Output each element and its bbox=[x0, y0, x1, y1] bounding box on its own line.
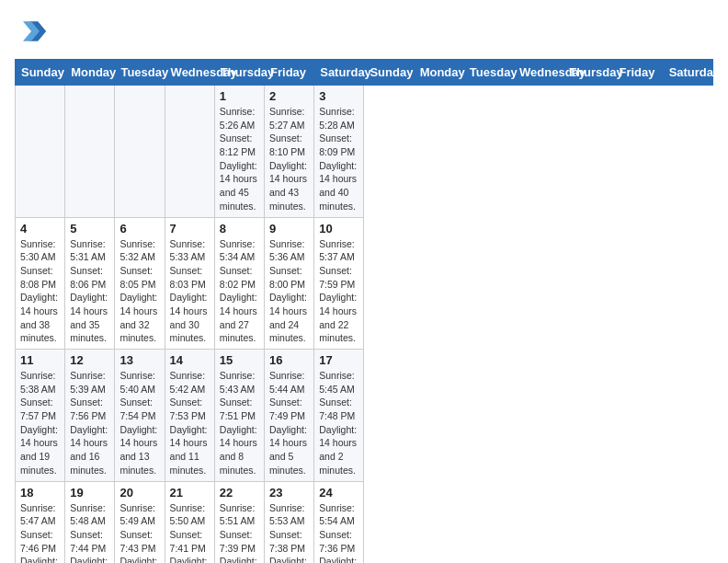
day-info: Sunrise: 5:26 AM Sunset: 8:12 PM Dayligh… bbox=[220, 105, 259, 213]
calendar-week-3: 18Sunrise: 5:47 AM Sunset: 7:46 PM Dayli… bbox=[16, 481, 713, 563]
calendar-header-row: SundayMondayTuesdayWednesdayThursdayFrid… bbox=[16, 60, 713, 86]
header-monday: Monday bbox=[414, 60, 463, 86]
header-saturday: Saturday bbox=[314, 60, 364, 86]
day-info: Sunrise: 5:36 AM Sunset: 8:00 PM Dayligh… bbox=[269, 237, 309, 346]
day-info: Sunrise: 5:45 AM Sunset: 7:48 PM Dayligh… bbox=[319, 369, 358, 477]
calendar-cell bbox=[65, 86, 115, 218]
calendar-cell: 19Sunrise: 5:48 AM Sunset: 7:44 PM Dayli… bbox=[65, 481, 115, 563]
day-number: 19 bbox=[70, 486, 109, 500]
calendar-cell: 1Sunrise: 5:26 AM Sunset: 8:12 PM Daylig… bbox=[214, 86, 264, 218]
header-thursday: Thursday bbox=[214, 60, 264, 86]
calendar-week-1: 4Sunrise: 5:30 AM Sunset: 8:08 PM Daylig… bbox=[16, 217, 713, 350]
calendar-week-2: 11Sunrise: 5:38 AM Sunset: 7:57 PM Dayli… bbox=[16, 350, 713, 482]
header-wednesday: Wednesday bbox=[514, 60, 563, 86]
day-info: Sunrise: 5:49 AM Sunset: 7:43 PM Dayligh… bbox=[119, 501, 159, 564]
day-number: 10 bbox=[319, 222, 358, 236]
calendar-cell: 9Sunrise: 5:36 AM Sunset: 8:00 PM Daylig… bbox=[265, 217, 314, 350]
calendar-cell: 13Sunrise: 5:40 AM Sunset: 7:54 PM Dayli… bbox=[115, 350, 165, 482]
calendar-cell: 21Sunrise: 5:50 AM Sunset: 7:41 PM Dayli… bbox=[165, 481, 214, 563]
day-number: 6 bbox=[119, 222, 159, 236]
calendar-cell: 20Sunrise: 5:49 AM Sunset: 7:43 PM Dayli… bbox=[115, 481, 165, 563]
day-number: 16 bbox=[269, 353, 309, 367]
day-info: Sunrise: 5:28 AM Sunset: 8:09 PM Dayligh… bbox=[319, 105, 358, 213]
day-info: Sunrise: 5:32 AM Sunset: 8:05 PM Dayligh… bbox=[119, 237, 159, 346]
calendar-cell: 14Sunrise: 5:42 AM Sunset: 7:53 PM Dayli… bbox=[165, 350, 214, 482]
day-number: 23 bbox=[269, 486, 309, 500]
logo bbox=[15, 15, 51, 48]
day-number: 14 bbox=[170, 353, 210, 367]
calendar-cell: 7Sunrise: 5:33 AM Sunset: 8:03 PM Daylig… bbox=[165, 217, 214, 350]
day-info: Sunrise: 5:48 AM Sunset: 7:44 PM Dayligh… bbox=[70, 501, 109, 564]
header-tuesday: Tuesday bbox=[115, 60, 165, 86]
day-number: 7 bbox=[170, 222, 210, 236]
day-number: 18 bbox=[20, 486, 60, 500]
day-info: Sunrise: 5:38 AM Sunset: 7:57 PM Dayligh… bbox=[20, 369, 60, 477]
header-tuesday: Tuesday bbox=[463, 60, 513, 86]
calendar-cell: 8Sunrise: 5:34 AM Sunset: 8:02 PM Daylig… bbox=[214, 217, 264, 350]
day-number: 15 bbox=[220, 353, 259, 367]
day-number: 13 bbox=[119, 353, 159, 367]
header-thursday: Thursday bbox=[563, 60, 613, 86]
calendar-week-0: 1Sunrise: 5:26 AM Sunset: 8:12 PM Daylig… bbox=[16, 86, 713, 218]
calendar-cell bbox=[165, 86, 214, 218]
header-monday: Monday bbox=[65, 60, 115, 86]
day-number: 8 bbox=[220, 222, 259, 236]
calendar-cell: 22Sunrise: 5:51 AM Sunset: 7:39 PM Dayli… bbox=[214, 481, 264, 563]
header-friday: Friday bbox=[265, 60, 314, 86]
day-info: Sunrise: 5:30 AM Sunset: 8:08 PM Dayligh… bbox=[20, 237, 60, 346]
day-number: 11 bbox=[20, 353, 60, 367]
calendar-cell bbox=[16, 86, 65, 218]
day-info: Sunrise: 5:27 AM Sunset: 8:10 PM Dayligh… bbox=[269, 105, 309, 213]
day-number: 4 bbox=[20, 222, 60, 236]
calendar-cell: 10Sunrise: 5:37 AM Sunset: 7:59 PM Dayli… bbox=[314, 217, 364, 350]
day-info: Sunrise: 5:50 AM Sunset: 7:41 PM Dayligh… bbox=[170, 501, 210, 564]
day-info: Sunrise: 5:40 AM Sunset: 7:54 PM Dayligh… bbox=[119, 369, 159, 477]
calendar-cell: 23Sunrise: 5:53 AM Sunset: 7:38 PM Dayli… bbox=[265, 481, 314, 563]
calendar-cell: 18Sunrise: 5:47 AM Sunset: 7:46 PM Dayli… bbox=[16, 481, 65, 563]
day-info: Sunrise: 5:33 AM Sunset: 8:03 PM Dayligh… bbox=[170, 237, 210, 346]
day-info: Sunrise: 5:51 AM Sunset: 7:39 PM Dayligh… bbox=[220, 501, 259, 564]
day-info: Sunrise: 5:47 AM Sunset: 7:46 PM Dayligh… bbox=[20, 501, 60, 564]
day-number: 21 bbox=[170, 486, 210, 500]
header-sunday: Sunday bbox=[364, 60, 414, 86]
day-number: 9 bbox=[269, 222, 309, 236]
day-info: Sunrise: 5:34 AM Sunset: 8:02 PM Dayligh… bbox=[220, 237, 259, 346]
calendar-cell bbox=[115, 86, 165, 218]
day-number: 1 bbox=[220, 89, 259, 103]
calendar-cell: 5Sunrise: 5:31 AM Sunset: 8:06 PM Daylig… bbox=[65, 217, 115, 350]
day-number: 20 bbox=[119, 486, 159, 500]
calendar-cell: 4Sunrise: 5:30 AM Sunset: 8:08 PM Daylig… bbox=[16, 217, 65, 350]
calendar-table: SundayMondayTuesdayWednesdayThursdayFrid… bbox=[15, 59, 713, 563]
day-info: Sunrise: 5:31 AM Sunset: 8:06 PM Dayligh… bbox=[70, 237, 109, 346]
header-wednesday: Wednesday bbox=[165, 60, 214, 86]
day-number: 5 bbox=[70, 222, 109, 236]
header-friday: Friday bbox=[613, 60, 663, 86]
calendar-cell: 15Sunrise: 5:43 AM Sunset: 7:51 PM Dayli… bbox=[214, 350, 264, 482]
calendar-cell: 17Sunrise: 5:45 AM Sunset: 7:48 PM Dayli… bbox=[314, 350, 364, 482]
day-info: Sunrise: 5:53 AM Sunset: 7:38 PM Dayligh… bbox=[269, 501, 309, 564]
calendar-cell: 12Sunrise: 5:39 AM Sunset: 7:56 PM Dayli… bbox=[65, 350, 115, 482]
header-sunday: Sunday bbox=[16, 60, 65, 86]
calendar-cell: 6Sunrise: 5:32 AM Sunset: 8:05 PM Daylig… bbox=[115, 217, 165, 350]
calendar-cell: 2Sunrise: 5:27 AM Sunset: 8:10 PM Daylig… bbox=[265, 86, 314, 218]
day-info: Sunrise: 5:54 AM Sunset: 7:36 PM Dayligh… bbox=[319, 501, 358, 564]
day-number: 24 bbox=[319, 486, 358, 500]
day-number: 17 bbox=[319, 353, 358, 367]
logo-icon bbox=[15, 15, 48, 48]
calendar-cell: 11Sunrise: 5:38 AM Sunset: 7:57 PM Dayli… bbox=[16, 350, 65, 482]
day-number: 2 bbox=[269, 89, 309, 103]
day-number: 12 bbox=[70, 353, 109, 367]
day-info: Sunrise: 5:37 AM Sunset: 7:59 PM Dayligh… bbox=[319, 237, 358, 346]
calendar-cell: 16Sunrise: 5:44 AM Sunset: 7:49 PM Dayli… bbox=[265, 350, 314, 482]
day-info: Sunrise: 5:42 AM Sunset: 7:53 PM Dayligh… bbox=[170, 369, 210, 477]
page-header bbox=[15, 15, 713, 48]
calendar-cell: 24Sunrise: 5:54 AM Sunset: 7:36 PM Dayli… bbox=[314, 481, 364, 563]
day-number: 3 bbox=[319, 89, 358, 103]
day-info: Sunrise: 5:39 AM Sunset: 7:56 PM Dayligh… bbox=[70, 369, 109, 477]
day-info: Sunrise: 5:43 AM Sunset: 7:51 PM Dayligh… bbox=[220, 369, 259, 477]
day-number: 22 bbox=[220, 486, 259, 500]
calendar-cell: 3Sunrise: 5:28 AM Sunset: 8:09 PM Daylig… bbox=[314, 86, 364, 218]
header-saturday: Saturday bbox=[663, 60, 712, 86]
day-info: Sunrise: 5:44 AM Sunset: 7:49 PM Dayligh… bbox=[269, 369, 309, 477]
